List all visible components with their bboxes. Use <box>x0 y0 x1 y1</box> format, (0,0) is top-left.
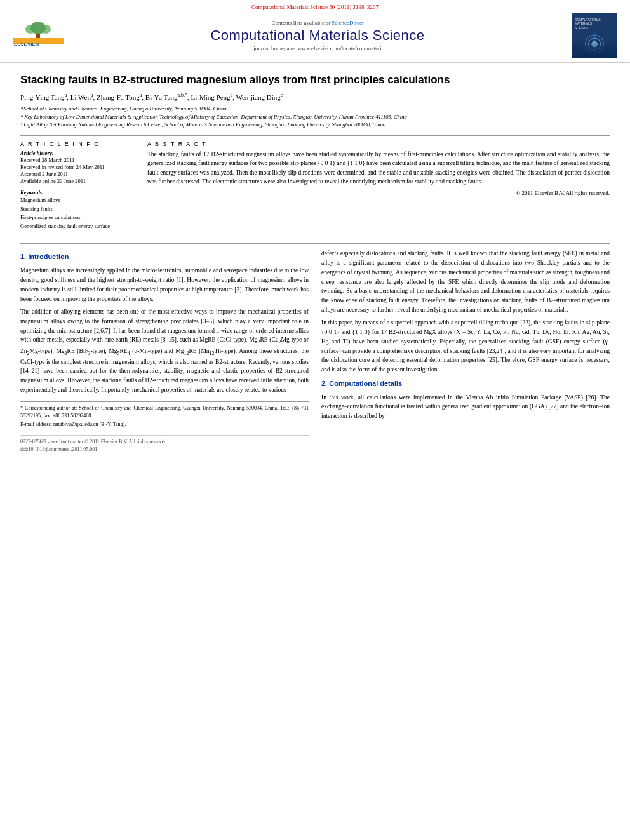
article-title: Stacking faults in B2-structured magnesi… <box>20 73 610 87</box>
journal-center: Contents lists available at ScienceDirec… <box>64 20 572 51</box>
keywords-section: Keywords: Magnesium alloys Stacking faul… <box>20 189 135 230</box>
keyword-2: Stacking faults <box>20 205 135 214</box>
section1-right-para2: In this paper, by means of a supercell a… <box>321 318 610 374</box>
section1-right-para1: defects especially dislocations and stac… <box>321 249 610 314</box>
received-revised-date: Received in revised form 24 May 2011 <box>20 164 135 170</box>
footnote-corresponding: * Corresponding author at: School of Che… <box>20 404 309 420</box>
article-info-abstract-row: A R T I C L E I N F O Article history: R… <box>20 141 610 236</box>
footnote-email: E-mail address: tangbiyu@gxu.edu.cn (B.-… <box>20 421 309 429</box>
svg-point-4 <box>25 25 36 34</box>
body-right-column: defects especially dislocations and stac… <box>321 249 610 453</box>
sciencedirect-link[interactable]: ScienceDirect <box>332 20 363 26</box>
divider-body <box>20 243 610 244</box>
svg-text:COMPUTATIONAL: COMPUTATIONAL <box>575 18 601 22</box>
abstract-section: A B S T R A C T The stacking faults of 1… <box>147 141 610 196</box>
affiliation-a: ᵃ School of Chemistry and Chemical Engin… <box>20 105 610 113</box>
keyword-1: Magnesium alloys <box>20 196 135 205</box>
available-date: Available online 23 June 2011 <box>20 178 135 184</box>
divider-top <box>20 135 610 136</box>
main-content: Stacking faults in B2-structured magnesi… <box>0 63 630 463</box>
authors-line: Ping-Ying Tanga, Li Wena, Zhang-Fa Tonga… <box>20 92 610 101</box>
received-date: Received 28 March 2011 <box>20 157 135 163</box>
journal-homepage: journal homepage: www.elsevier.com/locat… <box>64 45 572 51</box>
section2-heading: 2. Computational details <box>321 378 610 389</box>
affiliations: ᵃ School of Chemistry and Chemical Engin… <box>20 105 610 129</box>
affiliation-c: ᶜ Light Alloy Net Forming National Engin… <box>20 121 610 129</box>
svg-text:ELSEVIER: ELSEVIER <box>14 41 39 47</box>
abstract-label: A B S T R A C T <box>147 141 610 147</box>
article-info-label: A R T I C L E I N F O <box>20 141 135 147</box>
section1-para1: Magnesium alloys are increasingly applie… <box>20 266 309 303</box>
footnotes: * Corresponding author at: School of Che… <box>20 401 309 429</box>
keywords-list: Magnesium alloys Stacking faults First-p… <box>20 196 135 230</box>
section1-heading: 1. Introduction <box>20 251 309 262</box>
svg-point-11 <box>588 38 600 50</box>
issn-line: 0927-0256/$ – see front matter © 2011 El… <box>20 438 309 446</box>
svg-text:MATERIALS: MATERIALS <box>575 22 593 25</box>
keywords-label: Keywords: <box>20 189 135 196</box>
svg-text:SCIENCE: SCIENCE <box>575 27 589 30</box>
keyword-4: Generalized stacking fault energy surfac… <box>20 222 135 231</box>
journal-banner: Computational Materials Science 50 (2011… <box>0 0 630 63</box>
elsevier-logo: ELSEVIER <box>13 19 64 52</box>
svg-rect-3 <box>36 34 40 38</box>
journal-title: Computational Materials Science <box>64 27 572 44</box>
sciencedirect-line: Contents lists available at ScienceDirec… <box>64 20 572 26</box>
article-info-section: A R T I C L E I N F O Article history: R… <box>20 141 135 184</box>
section2-para1: In this work, all calculations were impl… <box>321 393 610 421</box>
body-left-column: 1. Introduction Magnesium alloys are inc… <box>20 249 309 453</box>
journal-ref: Computational Materials Science 50 (2011… <box>13 4 617 10</box>
abstract-column: A B S T R A C T The stacking faults of 1… <box>147 141 610 236</box>
bottom-bar: 0927-0256/$ – see front matter © 2011 El… <box>20 435 309 454</box>
history-label: Article history: <box>20 150 135 156</box>
keyword-3: First-principles calculations <box>20 213 135 222</box>
journal-cover-image: COMPUTATIONAL MATERIALS SCIENCE <box>572 13 617 58</box>
body-columns: 1. Introduction Magnesium alloys are inc… <box>20 249 610 453</box>
abstract-copyright: © 2011 Elsevier B.V. All rights reserved… <box>147 190 610 196</box>
section1-para2: The addition of alloying elements has be… <box>20 307 309 394</box>
svg-point-5 <box>41 25 51 34</box>
svg-point-12 <box>591 41 598 48</box>
doi-line: doi:10.1016/j.commatsci.2011.05.001 <box>20 446 309 453</box>
article-info-column: A R T I C L E I N F O Article history: R… <box>20 141 135 236</box>
accepted-date: Accepted 2 June 2011 <box>20 171 135 177</box>
abstract-text: The stacking faults of 17 B2-structured … <box>147 150 610 186</box>
affiliation-b: ᵇ Key Laboratory of Low Dimensional Mate… <box>20 113 610 121</box>
